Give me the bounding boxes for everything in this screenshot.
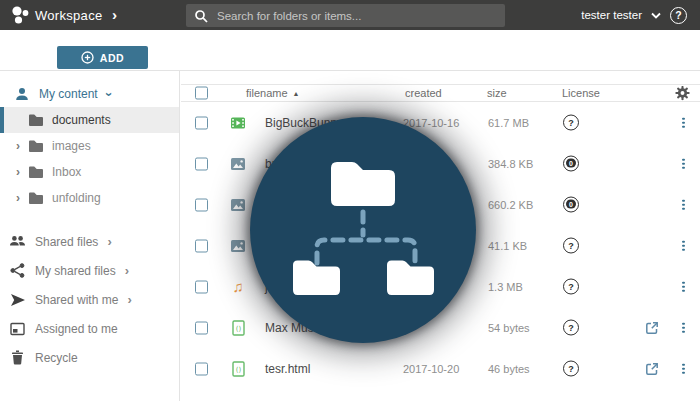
folder-icon xyxy=(28,113,44,127)
chevron-right-icon[interactable]: › xyxy=(16,165,20,179)
license-cell: ? xyxy=(563,319,580,336)
row-menu-icon[interactable] xyxy=(682,363,685,374)
sidebar-folder-label: unfolding xyxy=(52,191,101,205)
filename-cell[interactable]: tesr.html xyxy=(265,362,310,376)
gear-icon[interactable] xyxy=(675,86,690,101)
license-cell: 0 xyxy=(563,155,580,172)
row-checkbox[interactable] xyxy=(195,157,208,170)
row-checkbox[interactable] xyxy=(195,116,208,129)
license-cc0-icon[interactable]: 0 xyxy=(563,196,579,212)
html-file-icon: () xyxy=(230,361,246,377)
connector-dashed-lines xyxy=(317,212,415,263)
row-menu-icon[interactable] xyxy=(682,117,685,128)
folder-icon xyxy=(28,191,44,205)
table-row[interactable]: ()tesr.html2017-10-2046 bytes? xyxy=(181,348,700,389)
folder-tree: documents›images›Inbox›unfolding xyxy=(0,107,179,211)
license-cell: ? xyxy=(563,360,580,377)
license-cc0-icon[interactable]: 0 xyxy=(563,155,579,171)
send-icon xyxy=(9,293,26,307)
row-checkbox[interactable] xyxy=(195,280,208,293)
size-cell: 46 bytes xyxy=(488,363,530,375)
parent-folder-icon xyxy=(331,162,395,206)
license-unknown-icon[interactable]: ? xyxy=(563,360,579,376)
license-cell: 0 xyxy=(563,196,580,213)
license-cell: ? xyxy=(563,237,580,254)
license-cell: ? xyxy=(563,278,580,295)
chevron-right-icon: › xyxy=(125,264,129,277)
select-all-checkbox[interactable] xyxy=(195,87,208,100)
sidebar-folder-label: images xyxy=(52,139,91,153)
size-cell: 54 bytes xyxy=(488,322,530,334)
size-cell: 1.3 MB xyxy=(488,281,523,293)
size-cell: 660.2 KB xyxy=(488,199,533,211)
user-menu[interactable]: tester tester xyxy=(581,9,642,21)
row-checkbox[interactable] xyxy=(195,362,208,375)
sidebar-folder-images[interactable]: ›images xyxy=(0,133,179,159)
table-header-row: filename▲ created size License xyxy=(181,84,700,102)
sidebar-item-label: Recycle xyxy=(35,351,78,365)
add-button[interactable]: ADD xyxy=(57,46,148,69)
toolbar: ADD My content › documents xyxy=(0,30,700,71)
column-header-size[interactable]: size xyxy=(487,87,507,99)
license-unknown-icon[interactable]: ? xyxy=(563,319,579,335)
image-file-icon xyxy=(230,197,246,213)
app-title[interactable]: Workspace xyxy=(35,0,102,30)
people-icon xyxy=(9,234,26,249)
sidebar-item-label: Shared files xyxy=(35,235,98,249)
open-external-icon[interactable] xyxy=(645,321,659,335)
row-checkbox[interactable] xyxy=(195,321,208,334)
column-header-created[interactable]: created xyxy=(405,87,442,99)
sidebar-sections: Shared files›My shared files›Shared with… xyxy=(0,227,179,372)
size-cell: 61.7 MB xyxy=(488,117,529,129)
sidebar-item-recycle[interactable]: Recycle xyxy=(0,343,179,372)
sidebar-item-label: My content xyxy=(39,87,98,101)
chevron-right-icon[interactable]: › xyxy=(16,139,20,153)
image-file-icon xyxy=(230,156,246,172)
sidebar-item-label: Shared with me xyxy=(35,293,118,307)
row-menu-icon[interactable] xyxy=(682,281,685,292)
help-icon[interactable]: ? xyxy=(670,7,687,24)
open-external-icon[interactable] xyxy=(645,362,659,376)
folder-icon xyxy=(28,165,44,179)
search-input[interactable]: Search for folders or items... xyxy=(186,4,505,27)
table-row[interactable]: ? xyxy=(181,389,700,401)
sidebar-item-shared-with-me[interactable]: Shared with me› xyxy=(0,285,179,314)
row-menu-icon[interactable] xyxy=(682,199,685,210)
app-logo-icon[interactable] xyxy=(10,5,32,25)
sidebar-item-assigned-to-me[interactable]: Assigned to me xyxy=(0,314,179,343)
sidebar-item-shared-files[interactable]: Shared files› xyxy=(0,227,179,256)
sidebar-item-my-content[interactable]: My content › xyxy=(0,81,179,107)
row-checkbox[interactable] xyxy=(195,239,208,252)
folder-icon xyxy=(28,139,44,153)
image-file-icon xyxy=(230,238,246,254)
license-unknown-icon[interactable]: ? xyxy=(563,278,579,294)
size-cell: 384.8 KB xyxy=(488,158,533,170)
chevron-right-icon[interactable]: › xyxy=(16,191,20,205)
top-bar: Workspace › Search for folders or items.… xyxy=(0,0,700,30)
svg-text:(): () xyxy=(235,365,241,373)
user-chevron-down-icon[interactable] xyxy=(651,12,661,19)
row-menu-icon[interactable] xyxy=(682,158,685,169)
share-icon xyxy=(9,263,26,278)
sidebar: My content › documents›images›Inbox›unfo… xyxy=(0,71,180,401)
license-cell: ? xyxy=(563,114,580,131)
row-menu-icon[interactable] xyxy=(682,322,685,333)
trash-icon xyxy=(9,350,26,365)
column-header-filename[interactable]: filename▲ xyxy=(246,87,300,99)
row-checkbox[interactable] xyxy=(195,198,208,211)
add-button-label: ADD xyxy=(100,52,125,64)
size-cell: 41.1 KB xyxy=(488,240,527,252)
html-file-icon: () xyxy=(230,320,246,336)
license-unknown-icon[interactable]: ? xyxy=(563,114,579,130)
sidebar-item-label: Assigned to me xyxy=(35,322,118,336)
sidebar-item-my-shared-files[interactable]: My shared files› xyxy=(0,256,179,285)
title-chevron-icon[interactable]: › xyxy=(112,0,117,29)
sidebar-folder-documents[interactable]: documents xyxy=(0,107,179,133)
sidebar-folder-Inbox[interactable]: ›Inbox xyxy=(0,159,179,185)
music-note-icon: ♫ xyxy=(232,278,243,295)
license-unknown-icon[interactable]: ? xyxy=(563,237,579,253)
workspace-app: Workspace › Search for folders or items.… xyxy=(0,0,700,401)
column-header-license[interactable]: License xyxy=(562,87,600,99)
sidebar-folder-unfolding[interactable]: ›unfolding xyxy=(0,185,179,211)
row-menu-icon[interactable] xyxy=(682,240,685,251)
